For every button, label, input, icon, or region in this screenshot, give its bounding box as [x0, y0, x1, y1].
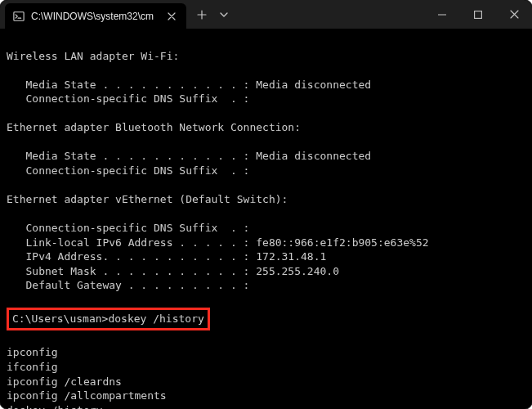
- output-line: Ethernet adapter vEthernet (Default Swit…: [7, 193, 288, 205]
- output-line: Media State . . . . . . . . . . . : Medi…: [7, 150, 371, 162]
- output-line: Ethernet adapter Bluetooth Network Conne…: [7, 121, 301, 133]
- close-button[interactable]: [496, 0, 532, 29]
- output-line: Connection-specific DNS Suffix . :: [7, 164, 249, 177]
- output-line: Subnet Mask . . . . . . . . . . . : 255.…: [7, 265, 339, 277]
- terminal-viewport[interactable]: Wireless LAN adapter Wi-Fi: Media State …: [0, 29, 532, 409]
- history-entry: doskey /history: [7, 404, 102, 409]
- maximize-button[interactable]: [460, 0, 496, 29]
- output-line: Connection-specific DNS Suffix . :: [7, 92, 249, 105]
- output-line: Default Gateway . . . . . . . . . :: [7, 279, 249, 291]
- command-text: C:\Users\usman>doskey /history: [12, 312, 204, 325]
- minimize-button[interactable]: [424, 0, 460, 29]
- history-entry: ipconfig /allcompartments: [7, 389, 167, 402]
- svg-rect-0: [14, 11, 24, 20]
- history-entry: ipconfig /cleardns: [7, 375, 122, 388]
- history-entry: ipconfig: [7, 346, 58, 358]
- new-tab-button[interactable]: [190, 2, 214, 27]
- cmd-icon: [13, 11, 25, 22]
- output-line: IPv4 Address. . . . . . . . . . . : 172.…: [7, 250, 326, 263]
- output-line: Connection-specific DNS Suffix . :: [7, 222, 249, 234]
- tab-cmd[interactable]: C:\WINDOWS\system32\cmd.: [5, 3, 186, 29]
- tab-title: C:\WINDOWS\system32\cmd.: [31, 11, 154, 22]
- output-line: Wireless LAN adapter Wi-Fi:: [7, 50, 179, 62]
- output-line: Media State . . . . . . . . . . . : Medi…: [7, 79, 371, 91]
- highlighted-command: C:\Users\usman>doskey /history: [7, 308, 210, 330]
- tab-dropdown-button[interactable]: [214, 2, 234, 27]
- terminal-window: C:\WINDOWS\system32\cmd. Wireless LAN ad…: [0, 0, 532, 409]
- titlebar[interactable]: C:\WINDOWS\system32\cmd.: [0, 0, 532, 29]
- tab-close-button[interactable]: [165, 10, 178, 23]
- history-entry: ifconfig: [7, 361, 58, 373]
- svg-rect-3: [475, 11, 482, 18]
- output-line: Link-local IPv6 Address . . . . . : fe80…: [7, 236, 429, 249]
